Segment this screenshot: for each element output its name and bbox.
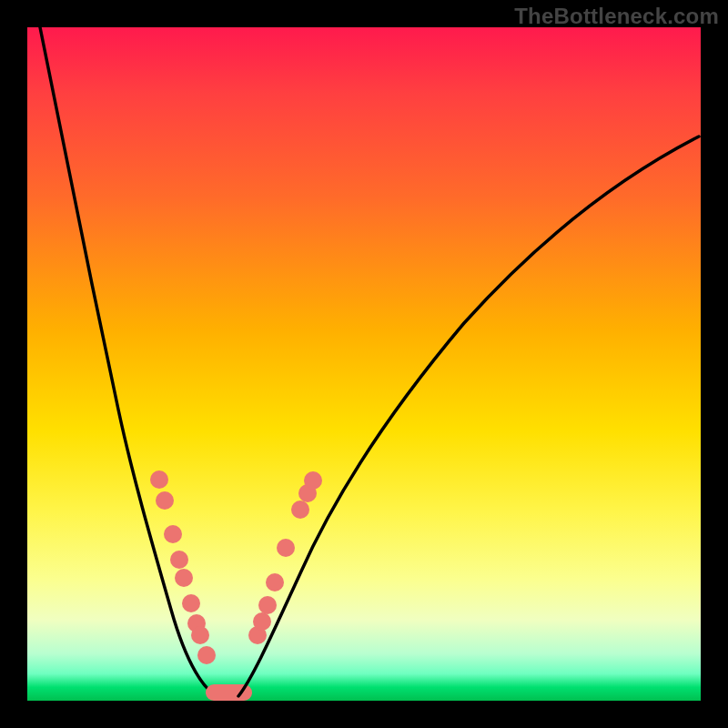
marker-dot [175, 569, 193, 587]
marker-dot [258, 596, 277, 614]
marker-dot [253, 612, 271, 631]
marker-dot [266, 573, 284, 592]
marker-dot [191, 626, 209, 644]
watermark-text: TheBottleneck.com [514, 4, 719, 29]
chart-canvas: TheBottleneck.com [0, 0, 728, 728]
marker-dot [170, 551, 188, 569]
marker-dot [164, 525, 182, 543]
marker-dot [182, 594, 200, 612]
curves-svg [27, 27, 701, 701]
marker-dot [197, 646, 216, 664]
marker-dot [291, 500, 309, 519]
marker-dot [304, 471, 322, 490]
plot-area [27, 27, 701, 701]
marker-dot [156, 491, 174, 510]
marker-dot [277, 539, 295, 557]
right-curve [238, 136, 699, 696]
marker-dot [150, 470, 168, 489]
